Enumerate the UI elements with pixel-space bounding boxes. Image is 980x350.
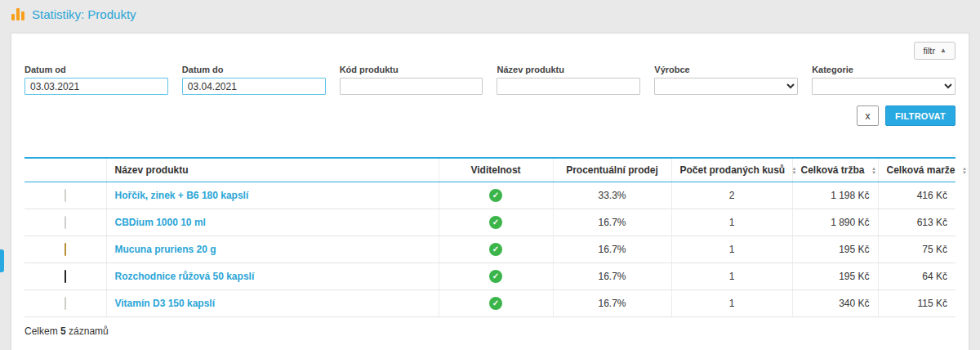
product-thumbnail[interactable] xyxy=(65,217,66,228)
product-thumbnail[interactable] xyxy=(65,271,66,282)
page-title: Statistiky: Produkty xyxy=(32,7,136,21)
total-revenue-value: 195 Kč xyxy=(792,263,878,290)
date-from-input[interactable] xyxy=(24,78,168,95)
total-revenue-value: 340 Kč xyxy=(792,290,878,317)
filter-field-manufacturer: Výrobce xyxy=(654,65,798,95)
total-revenue-value: 1 890 Kč xyxy=(792,209,878,236)
product-thumbnail[interactable] xyxy=(65,298,66,309)
top-bar: Statistiky: Produkty xyxy=(0,0,980,28)
percent-sales-value: 16.7% xyxy=(553,236,671,263)
total-revenue-value: 195 Kč xyxy=(792,236,878,263)
percent-sales-value: 16.7% xyxy=(553,263,671,290)
visible-check-icon: ✓ xyxy=(489,189,502,202)
visible-check-icon: ✓ xyxy=(489,270,502,283)
product-name-link[interactable]: Mucuna pruriens 20 g xyxy=(115,244,216,255)
units-sold-value: 1 xyxy=(671,290,792,317)
visible-check-icon: ✓ xyxy=(489,216,502,229)
manufacturer-select[interactable] xyxy=(654,78,798,95)
product-name-link[interactable]: Hořčík, zinek + B6 180 kapslí xyxy=(115,190,249,201)
records-count: Celkem 5 záznamů xyxy=(11,317,969,345)
units-sold-value: 2 xyxy=(671,182,792,209)
percent-sales-value: 16.7% xyxy=(553,290,671,317)
date-from-label: Datum od xyxy=(24,65,168,74)
table-row: CBDium 1000 10 ml ✓ 16.7% 1 1 890 Kč 613… xyxy=(24,209,956,236)
date-to-label: Datum do xyxy=(182,65,326,74)
column-header-visibility: Viditelnost xyxy=(439,158,553,182)
total-margin-value: 416 Kč xyxy=(878,182,956,209)
sort-icon[interactable]: ▲▼ xyxy=(962,167,967,175)
date-to-input[interactable] xyxy=(182,78,326,95)
units-sold-value: 1 xyxy=(671,263,792,290)
visible-check-icon: ✓ xyxy=(489,297,502,310)
filter-field-product-name: Název produktu xyxy=(497,65,640,95)
table-row: Mucuna pruriens 20 g ✓ 16.7% 1 195 Kč 75… xyxy=(24,236,956,263)
column-header-image xyxy=(24,158,106,182)
filter-submit-button[interactable]: FILTROVAT xyxy=(885,105,956,126)
column-header-product-name: Název produktu xyxy=(106,158,439,182)
product-thumbnail[interactable] xyxy=(65,190,66,201)
filter-toggle-label: filtr xyxy=(923,46,935,56)
records-count-number: 5 xyxy=(60,325,66,337)
total-margin-value: 64 Kč xyxy=(878,263,956,290)
table-header-row: Název produktu Viditelnost Procentuální … xyxy=(24,158,956,182)
manufacturer-label: Výrobce xyxy=(654,65,798,74)
panel-edge-tab[interactable] xyxy=(0,249,4,272)
product-thumbnail[interactable] xyxy=(65,244,66,255)
category-select[interactable] xyxy=(812,78,956,95)
product-code-label: Kód produktu xyxy=(340,65,483,74)
table-row: Rozchodnice růžová 50 kapslí ✓ 16.7% 1 1… xyxy=(24,263,956,290)
filter-toggle-button[interactable]: filtr ▲ xyxy=(914,42,956,60)
sort-icon[interactable]: ▲▼ xyxy=(871,167,876,175)
product-code-input[interactable] xyxy=(340,78,483,95)
filter-section: filtr ▲ Datum od Datum do Kód produktu N… xyxy=(11,34,969,126)
total-margin-value: 115 Kč xyxy=(878,290,956,317)
total-revenue-value: 1 198 Kč xyxy=(792,182,878,209)
table-row: Vitamín D3 150 kapslí ✓ 16.7% 1 340 Kč 1… xyxy=(24,290,956,317)
content-panel: filtr ▲ Datum od Datum do Kód produktu N… xyxy=(11,33,969,350)
statistics-icon xyxy=(11,8,24,20)
category-label: Kategorie xyxy=(812,65,956,74)
clear-filter-button[interactable]: x xyxy=(857,105,879,126)
product-name-link[interactable]: Vitamín D3 150 kapslí xyxy=(115,298,216,309)
product-name-link[interactable]: Rozchodnice růžová 50 kapslí xyxy=(115,271,255,282)
product-name-link[interactable]: CBDium 1000 10 ml xyxy=(115,217,206,228)
percent-sales-value: 33.3% xyxy=(553,182,671,209)
units-sold-value: 1 xyxy=(671,209,792,236)
products-table-wrap: Název produktu Viditelnost Procentuální … xyxy=(11,157,969,317)
table-row: Hořčík, zinek + B6 180 kapslí ✓ 33.3% 2 … xyxy=(24,182,956,209)
column-header-total-margin[interactable]: Celková marže ▲▼ xyxy=(878,158,956,182)
filter-field-date-to: Datum do xyxy=(182,65,326,95)
filter-field-date-from: Datum od xyxy=(24,65,168,95)
visible-check-icon: ✓ xyxy=(489,243,502,256)
units-sold-value: 1 xyxy=(671,236,792,263)
percent-sales-value: 16.7% xyxy=(553,209,671,236)
chevron-up-icon: ▲ xyxy=(940,47,947,54)
filter-field-category: Kategorie xyxy=(812,65,956,95)
total-margin-value: 75 Kč xyxy=(878,236,956,263)
column-header-percent-sales: Procentuální prodej xyxy=(553,158,671,182)
column-header-units-sold[interactable]: Počet prodaných kusů ▲▼ xyxy=(671,158,792,182)
column-header-total-revenue[interactable]: Celková tržba ▲▼ xyxy=(792,158,878,182)
products-table: Název produktu Viditelnost Procentuální … xyxy=(24,157,956,317)
total-margin-value: 613 Kč xyxy=(878,209,956,236)
sort-icon[interactable]: ▲▼ xyxy=(792,167,797,175)
product-name-label: Název produktu xyxy=(497,65,640,74)
product-name-input[interactable] xyxy=(497,78,640,95)
filter-field-product-code: Kód produktu xyxy=(340,65,483,95)
